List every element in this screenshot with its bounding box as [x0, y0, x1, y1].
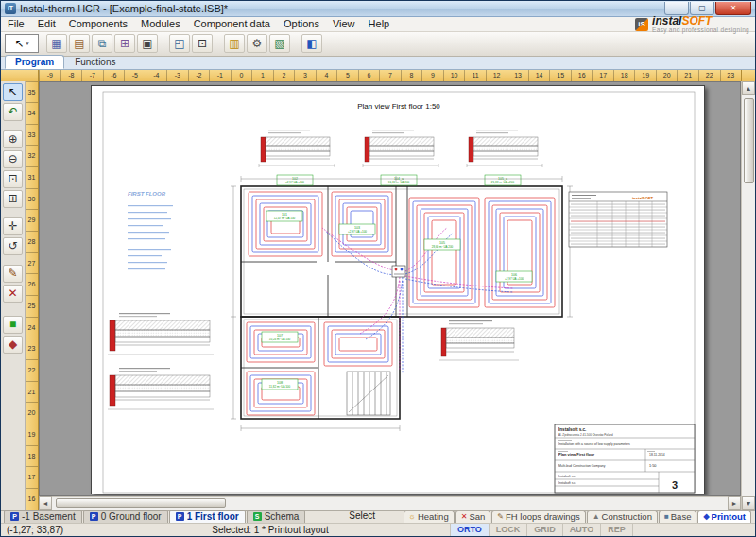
delete-icon[interactable]: ✕ — [3, 285, 23, 303]
fill-color-icon[interactable]: ■ — [3, 316, 23, 334]
sheet-tab[interactable]: P 1 First floor — [169, 510, 246, 523]
draw-pipe-icon[interactable]: ✎ — [3, 265, 23, 283]
svg-text:Multi-bud Construction Company: Multi-bud Construction Company — [558, 464, 606, 468]
svg-text:105: 105 — [439, 240, 445, 244]
room-label[interactable]: 107 10,24 m² UA 100 — [262, 332, 298, 342]
menu-item[interactable]: Modules — [134, 17, 187, 31]
pipe-table[interactable]: instalSOFT — [569, 192, 667, 247]
zoom-doc-icon[interactable]: ⊡ — [192, 34, 213, 53]
zoom-fit-icon[interactable]: ⊞ — [3, 190, 23, 208]
manifold[interactable] — [392, 266, 405, 277]
previous-view-icon[interactable]: ↺ — [3, 237, 23, 255]
legend-notes: FIRST FLOOR — [128, 191, 173, 269]
tab-program[interactable]: Program — [5, 55, 64, 69]
pan-icon[interactable]: ✛ — [3, 217, 23, 235]
toggle-button[interactable]: AUTO — [562, 524, 600, 536]
app-icon: iT — [5, 3, 16, 14]
toggle-button[interactable]: REP — [600, 524, 633, 536]
wall-section-detail[interactable] — [439, 320, 519, 360]
menu-item[interactable]: Options — [277, 17, 326, 31]
sheet-tab[interactable]: P -1 Basement — [4, 510, 82, 523]
toggle-button[interactable]: ORTO — [450, 524, 489, 536]
selection-tool-dropdown[interactable]: ↖ ▾ — [5, 34, 39, 53]
drawing-canvas[interactable]: Plan view First floor 1:50 — [39, 81, 741, 496]
scroll-up-button[interactable]: ▲ — [742, 81, 755, 95]
title-block[interactable]: Instalsoft s.c. Al. Zjednoczenia 2 41-50… — [555, 424, 695, 493]
sheet-tab[interactable]: P 0 Ground floor — [83, 510, 168, 523]
tab-functions[interactable]: Functions — [64, 55, 126, 69]
component-data-icon[interactable]: ▦ — [46, 34, 67, 53]
diagram-icon[interactable]: ◧ — [301, 34, 322, 53]
vruler-tick: 18 — [26, 445, 38, 467]
sheet-tab[interactable]: S Schema — [247, 510, 306, 523]
room-label[interactable]: 106 +2,97 UA +100 — [496, 271, 532, 282]
format-icon[interactable]: ◆ — [3, 336, 23, 354]
room-label[interactable]: 108 11,82 m² UA 100 — [262, 379, 298, 390]
close-button[interactable]: ✕ — [715, 2, 751, 15]
svg-text:101: 101 — [282, 212, 287, 216]
menu-item[interactable]: Component data — [187, 17, 277, 31]
mode-tab[interactable]: ■ Base — [659, 511, 697, 523]
hruler-tick: 18 — [613, 70, 635, 81]
copy-icon[interactable]: ⧉ — [92, 34, 112, 53]
hruler-tick: 22 — [698, 70, 720, 81]
menu-item[interactable]: Edit — [31, 17, 62, 31]
vruler-tick: 23 — [26, 338, 38, 359]
wall-section-detail[interactable] — [467, 130, 542, 167]
vruler-tick: 22 — [26, 359, 38, 381]
vruler-tick: 33 — [26, 124, 38, 146]
room-label[interactable]: 105 28,60 m² UA 200 — [424, 239, 460, 250]
svg-text:1:50: 1:50 — [649, 464, 656, 468]
mode-tab[interactable]: ◆ Printout — [697, 511, 751, 523]
stamp-icon[interactable]: ⊞ — [114, 34, 135, 53]
drawing-page[interactable]: Plan view First floor 1:50 — [91, 85, 705, 494]
wall-section-detail[interactable] — [363, 130, 438, 167]
horizontal-ruler: -9-8-7-6-5-4-3-2-10123456789101112131415… — [39, 70, 741, 81]
menu-item[interactable]: View — [326, 17, 362, 31]
zoom-window-icon[interactable]: ⊡ — [3, 170, 23, 188]
wall-section-detail[interactable] — [108, 313, 214, 355]
hruler-tick: -1 — [209, 70, 231, 81]
hruler-tick: -6 — [103, 70, 125, 81]
vertical-scroll-thumb[interactable] — [744, 98, 754, 183]
app-window: iT Instal-therm HCR - [Example-final-sta… — [0, 0, 756, 537]
room-label[interactable]: 103 +2,97 UA +100 — [339, 224, 375, 234]
ruler-row: -9-8-7-6-5-4-3-2-10123456789101112131415… — [1, 70, 755, 81]
menu-item[interactable]: Help — [362, 17, 397, 31]
toggle-button[interactable]: LOCK — [489, 524, 527, 536]
print-icon[interactable]: ▣ — [137, 34, 158, 53]
zoom-out-icon[interactable]: ⊖ — [3, 150, 23, 168]
menu-item[interactable]: Components — [62, 17, 134, 31]
chart-icon[interactable]: ▧ — [269, 34, 290, 53]
horizontal-scrollbar[interactable]: ◄ ► — [39, 496, 741, 510]
mode-tab[interactable]: ▲ Construction — [587, 511, 658, 523]
results-table-icon[interactable]: ▥ — [224, 34, 245, 53]
tables-icon[interactable]: ▤ — [69, 34, 90, 53]
preview-icon[interactable]: ◰ — [169, 34, 190, 53]
toggle-button[interactable]: GRID — [526, 524, 562, 536]
undo-icon[interactable]: ↶ — [3, 103, 23, 121]
mode-tab[interactable]: ✎ FH loops drawings — [491, 511, 585, 523]
menu-item[interactable]: File — [1, 17, 31, 31]
staircase[interactable] — [347, 372, 390, 415]
mode-tab[interactable]: ☼ Heating — [404, 511, 455, 523]
select-tool-icon[interactable]: ↖ — [3, 83, 23, 101]
drawing-mode-toggles: ORTOLOCKGRIDAUTOREP — [450, 524, 633, 536]
mode-tab[interactable]: ✕ San — [455, 511, 491, 523]
wall-section-detail[interactable] — [108, 368, 214, 409]
room-label[interactable]: 102 +2,97 UA +100 — [277, 175, 313, 185]
wall-section-detail[interactable] — [259, 130, 335, 167]
scroll-left-button[interactable]: ◄ — [39, 496, 52, 510]
vertical-ruler: 3534333231302928272625242322212019181716 — [26, 81, 39, 510]
settings-icon[interactable]: ⚙ — [247, 34, 267, 53]
zoom-in-icon[interactable]: ⊕ — [3, 130, 23, 148]
scroll-right-button[interactable]: ► — [728, 496, 741, 510]
scroll-down-button[interactable]: ▼ — [742, 496, 755, 510]
floor-plan-drawing[interactable]: Plan view First floor 1:50 — [92, 86, 706, 495]
room-label[interactable]: 105_a 21,33 m² UA +200 — [485, 175, 521, 185]
horizontal-scroll-thumb[interactable] — [56, 498, 226, 508]
room-label[interactable]: 101 12,47 m² UA 100 — [266, 211, 302, 221]
vertical-scrollbar[interactable]: ▲ ▼ — [741, 81, 755, 510]
room-label[interactable]: 104_a 16,15 m² UA 200 — [381, 175, 417, 185]
svg-text:+2,97 UA +100: +2,97 UA +100 — [285, 181, 304, 184]
